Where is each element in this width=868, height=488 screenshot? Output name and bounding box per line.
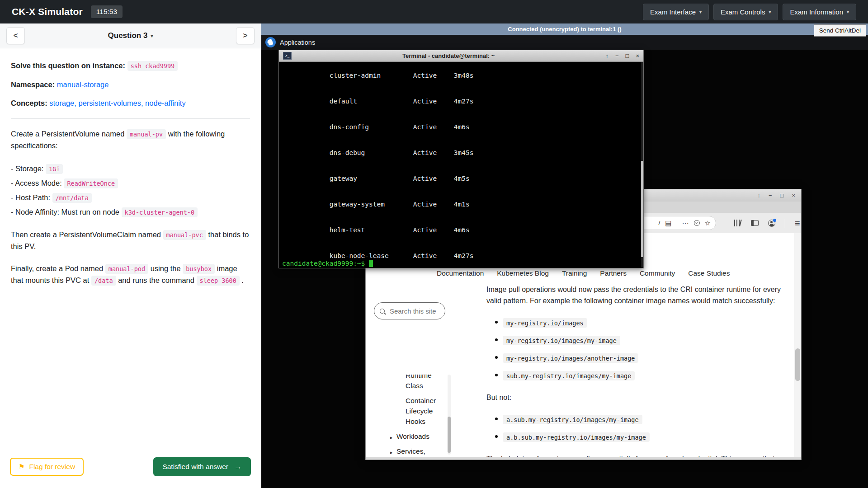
concepts-links[interactable]: storage, persistent-volumes, node-affini…: [49, 99, 185, 107]
list-item: my-registry.io/images/my-image: [503, 334, 783, 346]
header-menu-button[interactable]: Exam Controls ▾: [713, 4, 778, 20]
site-nav-link[interactable]: Community: [640, 269, 675, 281]
code-chip: my-registry.io/images: [503, 318, 587, 328]
minimize-button[interactable]: −: [769, 192, 772, 199]
no-match-list: a.sub.my-registry.io/images/my-image a.b…: [486, 413, 783, 443]
concepts-line: Concepts: storage, persistent-volumes, n…: [11, 98, 250, 109]
article-paragraph: The kubelet performs image pulls sequent…: [486, 453, 783, 457]
question-selector[interactable]: Question 3 ▾: [108, 31, 153, 40]
browser-scrollbar-thumb[interactable]: [795, 348, 800, 381]
menu-hamburger-icon[interactable]: ≡: [795, 219, 800, 228]
satisfied-with-answer-button[interactable]: Satisfied with answer →: [153, 457, 251, 476]
docs-article: Image pull operations would now pass the…: [486, 284, 783, 457]
page-actions-icon[interactable]: ⋯: [682, 219, 689, 227]
pocket-icon[interactable]: [694, 220, 700, 226]
account-icon[interactable]: [768, 220, 775, 227]
spec-label: - Node Affinity: Must run on node: [11, 208, 122, 216]
flag-for-review-button[interactable]: ⚑ Flag for review: [10, 458, 84, 476]
menu-label: Exam Information: [790, 8, 843, 16]
prev-question-button[interactable]: <: [6, 27, 25, 44]
namespace-name: helm-test: [330, 226, 413, 235]
spec-item: - Node Affinity: Must run on node k3d-cl…: [11, 206, 250, 218]
sidebar-tree-item[interactable]: ▸ Workloads: [373, 431, 437, 441]
site-search[interactable]: [374, 302, 445, 319]
shade-button[interactable]: ↑: [605, 52, 609, 59]
code-chip: manual-pvc: [163, 230, 206, 240]
maximize-button[interactable]: □: [780, 192, 784, 199]
reader-view-icon[interactable]: ▤: [665, 219, 671, 227]
site-nav-link[interactable]: Partners: [600, 269, 627, 281]
terminal-window: >_ Terminal - candidate@terminal: ~ ↑ − …: [278, 50, 644, 268]
sidebar-tree-link[interactable]: Services, Load Balancing, and Networking: [396, 447, 432, 457]
header-menu-button[interactable]: Exam Information ▾: [783, 4, 856, 20]
sidebar-tree-item[interactable]: Runtime Class: [373, 375, 443, 391]
maximize-button[interactable]: □: [626, 52, 629, 59]
site-nav-link[interactable]: Training: [562, 269, 587, 281]
terminal-scrollbar[interactable]: [641, 62, 643, 267]
sidebar-toggle-icon[interactable]: [751, 220, 759, 226]
sidebar-scrollbar-thumb[interactable]: [448, 417, 451, 453]
vnc-desktop: Connected (unencrypted) to terminal:1 ()…: [261, 23, 868, 488]
menu-label: Exam Interface: [650, 8, 696, 16]
search-icon: [380, 309, 385, 314]
terminal-row: defaultActive4m27s: [282, 89, 643, 114]
code-chip: 1Gi: [46, 164, 63, 174]
list-item: sub.my-registry.io/images/my-image: [503, 370, 783, 381]
code-chip: a.b.sub.my-registry.io/images/my-image: [503, 432, 650, 442]
text: Then create a PersistentVolumeClaim name…: [11, 230, 163, 239]
code-chip: my-registry.io/images/my-image: [503, 336, 620, 345]
sidebar-tree-link[interactable]: Container Lifecycle Hooks: [406, 397, 436, 425]
namespace-link[interactable]: manual-storage: [57, 80, 109, 89]
sidebar-tree-item[interactable]: ▸ Services, Load Balancing, and Networki…: [373, 446, 437, 457]
namespace-age: 4m27s: [454, 98, 474, 105]
instance-code-chip: ssh ckad9999: [127, 61, 178, 71]
close-button[interactable]: ×: [792, 192, 795, 199]
spec-list: - Storage: 1Gi - Access Mode: ReadWriteO…: [11, 163, 250, 218]
sidebar-tree-link[interactable]: Runtime Class: [406, 375, 432, 389]
terminal-row: helm-testActive4m6s: [282, 217, 643, 243]
terminal-scrollbar-thumb[interactable]: [641, 161, 643, 257]
terminal-titlebar[interactable]: >_ Terminal - candidate@terminal: ~ ↑ − …: [279, 50, 643, 62]
namespace-name: cluster-admin: [330, 71, 413, 80]
instance-line: Solve this question on instance: ssh cka…: [11, 60, 250, 72]
bookmark-star-icon[interactable]: ☆: [705, 219, 711, 227]
terminal-prompt-line[interactable]: candidate@ckad9999:~$: [279, 259, 643, 268]
site-nav-link[interactable]: Kubernetes Blog: [497, 269, 549, 281]
chevron-down-icon: ▾: [847, 9, 849, 14]
spec-label: - Storage:: [11, 164, 46, 173]
minimize-button[interactable]: −: [615, 52, 619, 59]
text: using the: [148, 264, 183, 272]
shade-button[interactable]: ↑: [757, 192, 760, 199]
sidebar-tree-link[interactable]: Workloads: [396, 432, 429, 440]
screen: CK-X Simulator 115:53 Exam Interface ▾ E…: [0, 0, 868, 488]
site-nav-link[interactable]: Case Studies: [688, 269, 730, 281]
flag-icon: ⚑: [19, 463, 24, 471]
namespace-status: Active: [413, 71, 454, 80]
tree-expand-icon[interactable]: ▸: [390, 447, 393, 457]
terminal-row: cluster-adminActive3m48s: [282, 63, 643, 89]
tree-expand-icon[interactable]: ▸: [390, 432, 393, 443]
terminal-output[interactable]: cluster-adminActive3m48s defaultActive4m…: [279, 62, 643, 268]
next-question-button[interactable]: >: [236, 27, 255, 44]
terminal-row: dns-debugActive3m45s: [282, 140, 643, 166]
close-button[interactable]: ×: [636, 52, 639, 59]
text: and runs the command: [116, 276, 197, 284]
applications-menu[interactable]: Applications: [280, 39, 315, 46]
site-nav-link[interactable]: Documentation: [437, 269, 484, 281]
code-chip: a.sub.my-registry.io/images/my-image: [503, 415, 642, 424]
instance-label: Solve this question on instance:: [11, 61, 125, 70]
search-input[interactable]: [389, 307, 438, 315]
send-ctrl-alt-del-button[interactable]: Send CtrlAltDel: [814, 24, 866, 37]
code-chip: /data: [91, 276, 116, 286]
url-text: /: [659, 220, 660, 226]
match-list: my-registry.io/images my-registry.io/ima…: [486, 317, 783, 381]
library-icon[interactable]: [734, 220, 741, 226]
chevron-down-icon: ▾: [699, 9, 702, 14]
header-menu-button[interactable]: Exam Interface ▾: [643, 4, 709, 20]
code-chip: manual-pod: [105, 264, 148, 274]
sidebar-tree-item[interactable]: Container Lifecycle Hooks: [373, 395, 443, 427]
browser-scrollbar[interactable]: [794, 233, 801, 457]
terminal-row: gateway-systemActive4m1s: [282, 192, 643, 217]
namespace-age: 3m45s: [454, 149, 474, 156]
code-chip: /mnt/data: [52, 193, 92, 203]
